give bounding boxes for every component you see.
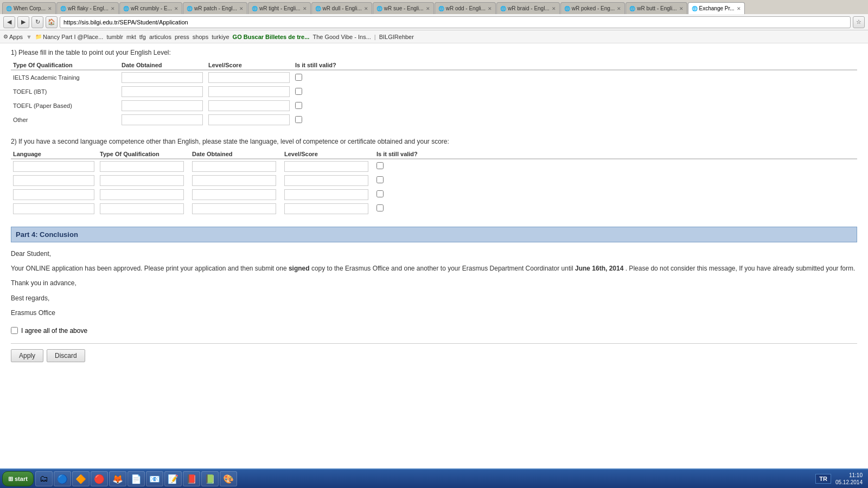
lang2-valid-checkbox[interactable] [376,176,384,183]
lang4-date-input[interactable] [192,203,276,214]
taskbar-app-chrome[interactable]: 🔴 [91,471,108,486]
discard-button[interactable]: Discard [47,349,85,362]
lang4-valid-checkbox[interactable] [376,204,384,211]
tab-close-tight[interactable]: ✕ [303,6,307,11]
taskbar-app-sticky[interactable]: 📝 [164,471,182,486]
tab-sue[interactable]: 🌐 wR sue - Engli... ✕ [373,2,434,14]
date-bold: June 16th, 2014 [575,265,623,272]
tab-close-dull[interactable]: ✕ [364,6,368,11]
taskbar-app-acrobat[interactable]: 📕 [183,471,200,486]
toefl-ibt-label: TOEFL (IBT) [11,85,119,99]
col-lang-header: Language [11,150,98,159]
home-button[interactable]: 🏠 [46,16,58,28]
other-date-input[interactable] [122,114,203,125]
tab-patch[interactable]: 🌐 wR patch - Engl... ✕ [183,2,247,14]
lang3-type-input[interactable] [100,189,184,200]
bookmark-good-vibe[interactable]: The Good Vibe - Ins... [312,34,371,40]
lang1-level-input[interactable] [284,161,368,172]
agree-checkbox[interactable] [11,327,18,334]
tab-poked[interactable]: 🌐 wR poked - Eng... ✕ [560,2,625,14]
lang1-date-input[interactable] [192,161,276,172]
toefl-paper-label: TOEFL (Paper Based) [11,99,119,113]
apply-button[interactable]: Apply [11,349,43,362]
toefl-ibt-level-input[interactable] [208,86,290,97]
tab-exchange[interactable]: 🌐 Exchange Pr... ✕ [688,2,745,14]
bookmark-bilgi[interactable]: BILGIRehber [379,34,414,40]
bookmark-buscar[interactable]: GO Buscar Billetes de tre... [233,34,310,40]
tab-close-exchange[interactable]: ✕ [737,6,741,11]
tab-close-when-corp[interactable]: ✕ [48,6,52,11]
lang1-valid-checkbox[interactable] [376,162,384,169]
tab-crumbly[interactable]: 🌐 wR crumbly - E... ✕ [119,2,182,14]
tab-butt[interactable]: 🌐 wR butt - Engli... ✕ [626,2,687,14]
tab-bar: 🌐 When Corp... ✕ 🌐 wR flaky - Engl... ✕ … [0,0,868,14]
toefl-ibt-valid-checkbox[interactable] [295,88,302,95]
ielts-date-input[interactable] [122,72,203,83]
tab-close-poked[interactable]: ✕ [617,6,621,11]
lang3-date-input[interactable] [192,189,276,200]
bookmark-shops[interactable]: shops [193,34,208,40]
lang2-input[interactable] [13,175,94,186]
lang3-valid-checkbox[interactable] [376,190,384,197]
ielts-level-input[interactable] [208,72,290,83]
tab-close-odd[interactable]: ✕ [488,6,492,11]
ielts-valid-checkbox[interactable] [295,74,302,81]
tab-close-crumbly[interactable]: ✕ [174,6,178,11]
star-button[interactable]: ☆ [853,16,865,28]
taskbar-app-excel[interactable]: 📗 [201,471,219,486]
toefl-paper-valid-checkbox[interactable] [295,102,302,109]
table-row [11,174,857,188]
lang4-type-input[interactable] [100,203,184,214]
lang4-input[interactable] [13,203,94,214]
lang1-type-input[interactable] [100,161,184,172]
tab-favicon-exchange: 🌐 [692,6,698,11]
taskbar-app-media[interactable]: 🔶 [72,471,90,486]
refresh-button[interactable]: ↻ [31,16,43,28]
tab-braid[interactable]: 🌐 wR braid - Engl... ✕ [496,2,560,14]
taskbar-app-ie[interactable]: 🔵 [54,471,71,486]
lang2-date-input[interactable] [192,175,276,186]
browser-frame: 🌐 When Corp... ✕ 🌐 wR flaky - Engl... ✕ … [0,0,868,488]
taskbar-app-word[interactable]: 📄 [127,471,145,486]
tab-close-braid[interactable]: ✕ [552,6,556,11]
start-button[interactable]: ⊞ start [2,471,34,486]
bookmark-tumblr[interactable]: tumblr [106,34,123,40]
tab-close-sue[interactable]: ✕ [426,6,430,11]
bookmark-nancy[interactable]: 📁 Nancy Part I @Place... [35,34,103,40]
lang3-level-input[interactable] [284,189,368,200]
tab-close-patch[interactable]: ✕ [239,6,244,11]
bookmark-press[interactable]: press [175,34,189,40]
tab-favicon-dull: 🌐 [315,6,321,11]
lang2-type-input[interactable] [100,175,184,186]
taskbar-app-firefox[interactable]: 🦊 [109,471,126,486]
bookmark-articulos[interactable]: articulos [149,34,171,40]
other-valid-checkbox[interactable] [295,116,302,123]
toefl-ibt-date-input[interactable] [122,86,203,97]
taskbar-app-file-manager[interactable]: 🗂 [35,471,53,486]
taskbar-app-paint[interactable]: 🎨 [220,471,237,486]
lang1-input[interactable] [13,161,94,172]
tab-tight[interactable]: 🌐 wR tight - Engli... ✕ [248,2,311,14]
tab-flaky[interactable]: 🌐 wR flaky - Engl... ✕ [56,2,119,14]
tab-when-corp[interactable]: 🌐 When Corp... ✕ [2,2,56,14]
bookmark-mkt[interactable]: mkt [126,34,136,40]
toefl-paper-level-input[interactable] [208,100,290,111]
tab-close-butt[interactable]: ✕ [679,6,684,11]
bookmark-apps[interactable]: ⚙ Apps [3,34,23,40]
tab-favicon-when-corp: 🌐 [6,6,12,11]
tab-close-flaky[interactable]: ✕ [111,6,115,11]
toefl-paper-date-input[interactable] [122,100,203,111]
bookmark-turkiye[interactable]: turkiye [212,34,229,40]
back-button[interactable]: ◀ [3,16,15,28]
address-bar[interactable] [60,16,851,28]
forward-button[interactable]: ▶ [17,16,29,28]
bookmark-tfg[interactable]: tfg [139,34,146,40]
tab-dull[interactable]: 🌐 wR dull - Engli... ✕ [311,2,372,14]
other-level-input[interactable] [208,114,290,125]
lang3-input[interactable] [13,189,94,200]
lang4-level-input[interactable] [284,203,368,214]
tab-odd[interactable]: 🌐 wR odd - Engli... ✕ [435,2,496,14]
lang2-level-input[interactable] [284,175,368,186]
language-indicator[interactable]: TR [815,474,831,484]
taskbar-app-outlook[interactable]: 📧 [146,471,163,486]
